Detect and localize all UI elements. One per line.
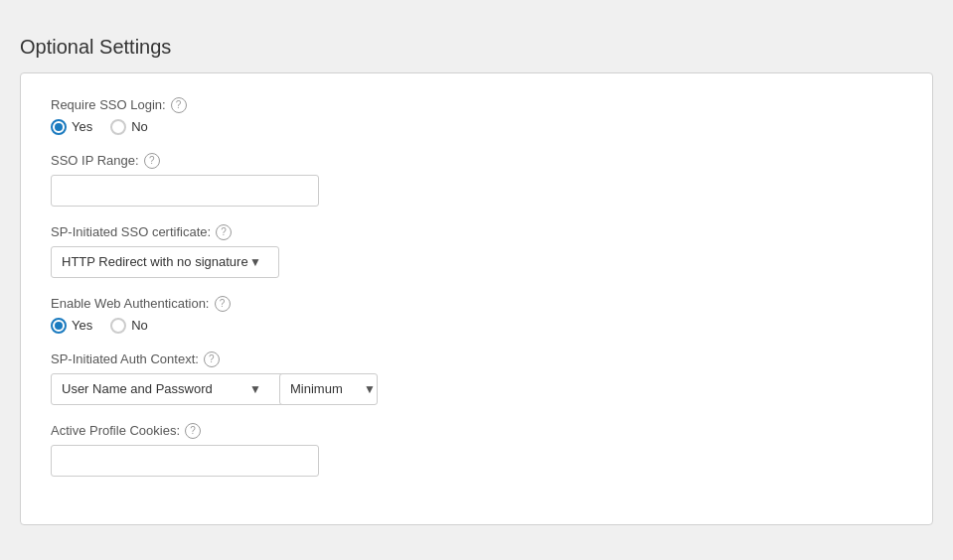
- require-sso-login-help-icon[interactable]: ?: [171, 97, 187, 113]
- enable-web-auth-group: Enable Web Authentication: ? Yes No: [51, 296, 902, 334]
- require-sso-login-yes-radio[interactable]: [51, 119, 67, 135]
- require-sso-login-radio-group: Yes No: [51, 119, 902, 135]
- sso-ip-range-input[interactable]: [51, 175, 319, 207]
- require-sso-login-yes-option[interactable]: Yes: [51, 119, 92, 135]
- auth-context-select[interactable]: User Name and Password Kerberos TLS Clie…: [51, 373, 292, 405]
- enable-web-auth-yes-radio[interactable]: [51, 318, 67, 334]
- comparison-select-wrapper: Minimum Maximum Exact Better ▼: [279, 373, 384, 405]
- sp-initiated-sso-select-wrapper: HTTP Redirect with no signature HTTP POS…: [51, 246, 269, 278]
- sso-ip-range-help-icon[interactable]: ?: [144, 153, 160, 169]
- sp-initiated-sso-help-icon[interactable]: ?: [216, 224, 232, 240]
- sp-initiated-sso-label: SP-Initiated SSO certificate: ?: [51, 224, 902, 240]
- active-profile-cookies-label: Active Profile Cookies: ?: [51, 423, 902, 439]
- settings-panel: Require SSO Login: ? Yes No SSO IP Range…: [20, 72, 933, 525]
- require-sso-login-no-label: No: [131, 119, 148, 134]
- require-sso-login-no-radio[interactable]: [110, 119, 126, 135]
- sso-ip-range-group: SSO IP Range: ?: [51, 153, 902, 207]
- active-profile-cookies-group: Active Profile Cookies: ?: [51, 423, 902, 477]
- sp-initiated-sso-select[interactable]: HTTP Redirect with no signature HTTP POS…: [51, 246, 279, 278]
- auth-context-select-wrapper: User Name and Password Kerberos TLS Clie…: [51, 373, 269, 405]
- enable-web-auth-label: Enable Web Authentication: ?: [51, 296, 902, 312]
- sso-ip-range-label: SSO IP Range: ?: [51, 153, 902, 169]
- require-sso-login-label: Require SSO Login: ?: [51, 97, 902, 113]
- enable-web-auth-yes-label: Yes: [72, 318, 92, 333]
- auth-context-row: User Name and Password Kerberos TLS Clie…: [51, 373, 902, 405]
- require-sso-login-yes-label: Yes: [72, 119, 92, 134]
- require-sso-login-group: Require SSO Login: ? Yes No: [51, 97, 902, 135]
- page-title: Optional Settings: [20, 36, 933, 59]
- sp-initiated-auth-context-label: SP-Initiated Auth Context: ?: [51, 351, 902, 367]
- comparison-select[interactable]: Minimum Maximum Exact Better: [279, 373, 378, 405]
- enable-web-auth-no-radio[interactable]: [110, 318, 126, 334]
- sp-initiated-auth-context-group: SP-Initiated Auth Context: ? User Name a…: [51, 351, 902, 405]
- enable-web-auth-radio-group: Yes No: [51, 318, 902, 334]
- enable-web-auth-no-option[interactable]: No: [110, 318, 148, 334]
- sp-initiated-auth-context-help-icon[interactable]: ?: [204, 351, 220, 367]
- enable-web-auth-no-label: No: [131, 318, 148, 333]
- sp-initiated-sso-group: SP-Initiated SSO certificate: ? HTTP Red…: [51, 224, 902, 278]
- active-profile-cookies-input[interactable]: [51, 445, 319, 477]
- require-sso-login-no-option[interactable]: No: [110, 119, 148, 135]
- page-wrapper: Optional Settings Require SSO Login: ? Y…: [0, 26, 953, 535]
- active-profile-cookies-help-icon[interactable]: ?: [185, 423, 201, 439]
- enable-web-auth-help-icon[interactable]: ?: [215, 296, 231, 312]
- enable-web-auth-yes-option[interactable]: Yes: [51, 318, 92, 334]
